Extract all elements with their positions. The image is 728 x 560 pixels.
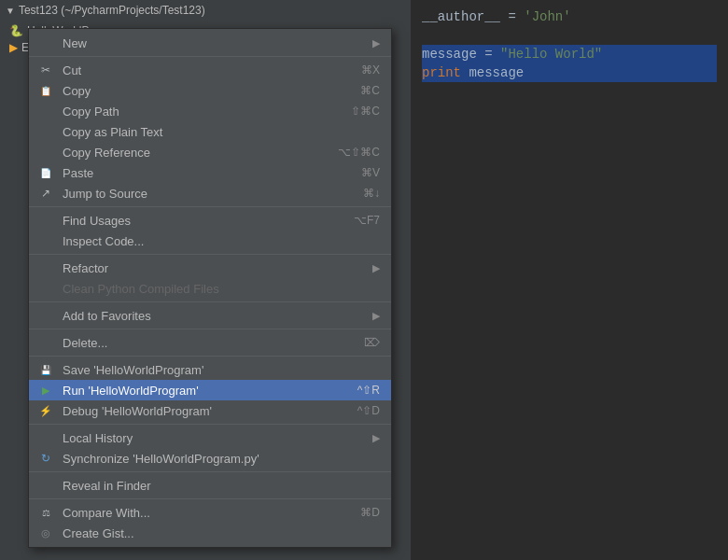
code-line-message: message = "Hello World" (422, 45, 717, 63)
menu-item-local-history[interactable]: Local History ▶ (29, 427, 391, 448)
code-print-keyword: print (422, 63, 461, 82)
menu-item-copy-path-label: Copy Path (63, 105, 119, 119)
debug-icon (38, 404, 53, 417)
menu-item-save[interactable]: Save 'HelloWorldProgram' (29, 359, 391, 380)
project-title: Test123 (~/PycharmProjects/Test123) (19, 4, 205, 17)
menu-item-copy-plain[interactable]: Copy as Plain Text (29, 121, 391, 142)
separator-4 (29, 301, 391, 302)
debug-shortcut: ^⇧D (357, 404, 380, 417)
left-panel: ▼ Test123 (~/PycharmProjects/Test123) 🐍 … (0, 0, 411, 560)
menu-item-refactor-label: Refactor (63, 261, 108, 275)
menu-item-refactor[interactable]: Refactor ▶ (29, 258, 391, 278)
menu-item-jump-label: Jump to Source (63, 187, 147, 201)
submenu-arrow-refactor: ▶ (372, 262, 380, 274)
code-line-print: print message (422, 63, 717, 82)
menu-item-run-label: Run 'HelloWorldProgram' (63, 384, 199, 398)
collapse-arrow[interactable]: ▼ (6, 6, 15, 16)
menu-item-create-gist-label: Create Gist... (63, 526, 134, 540)
menu-item-copy-label: Copy (63, 84, 91, 98)
menu-item-local-history-label: Local History (63, 431, 133, 445)
find-usages-shortcut: ⌥F7 (354, 214, 380, 227)
menu-item-new[interactable]: New ▶ (29, 33, 391, 53)
menu-item-favorites-label: Add to Favorites (63, 309, 151, 323)
menu-item-clean-label: Clean Python Compiled Files (63, 282, 219, 296)
separator-5 (29, 329, 391, 329)
jump-icon (38, 187, 53, 200)
separator-3 (29, 254, 391, 255)
code-line-1: __author__ = 'John' (422, 7, 717, 26)
menu-item-copy-ref-label: Copy Reference (63, 146, 150, 160)
title-bar: ▼ Test123 (~/PycharmProjects/Test123) (0, 0, 411, 21)
run-shortcut: ^⇧R (357, 384, 380, 397)
separator-1 (29, 56, 391, 57)
menu-item-copy-path[interactable]: Copy Path ⇧⌘C (29, 101, 391, 121)
separator-8 (29, 471, 391, 472)
separator-7 (29, 424, 391, 425)
menu-item-paste[interactable]: Paste ⌘V (29, 162, 391, 183)
code-editor[interactable]: __author__ = 'John' message = "Hello Wor… (411, 0, 728, 560)
cut-shortcut: ⌘X (361, 63, 380, 77)
copy-path-shortcut: ⇧⌘C (351, 105, 380, 118)
separator-9 (29, 498, 391, 499)
menu-item-compare[interactable]: Compare With... ⌘D (29, 502, 391, 523)
submenu-arrow-favorites: ▶ (372, 310, 380, 322)
menu-item-clean: Clean Python Compiled Files (29, 278, 391, 299)
separator-2 (29, 206, 391, 207)
menu-item-reveal[interactable]: Reveal in Finder (29, 475, 391, 496)
menu-item-create-gist[interactable]: Create Gist... (29, 523, 391, 543)
menu-item-debug[interactable]: Debug 'HelloWorldProgram' ^⇧D (29, 400, 391, 421)
gist-icon (38, 526, 53, 539)
code-message-var: message (422, 45, 477, 63)
menu-item-jump[interactable]: Jump to Source ⌘↓ (29, 183, 391, 203)
menu-item-cut-label: Cut (63, 63, 81, 77)
menu-item-cut[interactable]: Cut ⌘X (29, 60, 391, 80)
menu-item-reveal-label: Reveal in Finder (63, 479, 151, 493)
save-icon (38, 363, 53, 376)
copy-ref-shortcut: ⌥⇧⌘C (338, 146, 380, 159)
code-line-blank (422, 26, 717, 45)
menu-item-find-usages-label: Find Usages (63, 214, 131, 228)
menu-item-synchronize[interactable]: Synchronize 'HelloWorldProgram.py' (29, 448, 391, 469)
compare-shortcut: ⌘D (360, 506, 380, 519)
menu-item-copy[interactable]: Copy ⌘C (29, 80, 391, 101)
separator-6 (29, 356, 391, 357)
menu-item-run[interactable]: Run 'HelloWorldProgram' ^⇧R (29, 380, 391, 400)
jump-shortcut: ⌘↓ (363, 187, 380, 200)
menu-item-inspect-label: Inspect Code... (63, 234, 144, 248)
submenu-arrow-history: ▶ (372, 432, 380, 444)
menu-item-debug-label: Debug 'HelloWorldProgram' (63, 404, 212, 418)
menu-item-delete-label: Delete... (63, 336, 107, 350)
compare-icon (38, 506, 53, 519)
delete-shortcut: ⌦ (364, 336, 380, 349)
context-menu: New ▶ Cut ⌘X Copy ⌘C Copy Path ⇧⌘C Copy … (28, 28, 392, 548)
paste-icon (38, 166, 53, 179)
menu-item-favorites[interactable]: Add to Favorites ▶ (29, 305, 391, 326)
sync-icon (38, 452, 53, 465)
folder-icon: ▶ (9, 41, 18, 54)
run-icon (38, 384, 53, 397)
menu-item-save-label: Save 'HelloWorldProgram' (63, 363, 203, 377)
copy-icon (38, 84, 53, 97)
menu-item-copy-ref[interactable]: Copy Reference ⌥⇧⌘C (29, 142, 391, 162)
menu-item-new-label: New (63, 36, 87, 50)
menu-item-paste-label: Paste (63, 166, 93, 180)
paste-shortcut: ⌘V (361, 166, 380, 179)
menu-item-compare-label: Compare With... (63, 506, 150, 520)
submenu-arrow-new: ▶ (372, 37, 380, 49)
menu-item-find-usages[interactable]: Find Usages ⌥F7 (29, 210, 391, 231)
code-message-value: "Hello World" (500, 45, 602, 63)
code-author-value: 'John' (524, 7, 570, 26)
menu-item-synchronize-label: Synchronize 'HelloWorldProgram.py' (63, 452, 259, 466)
menu-item-copy-plain-label: Copy as Plain Text (63, 125, 162, 139)
code-author-var: __author__ (422, 7, 500, 26)
code-print-var: message (461, 63, 524, 82)
cut-icon (38, 63, 53, 77)
copy-shortcut: ⌘C (360, 84, 380, 97)
menu-item-inspect[interactable]: Inspect Code... (29, 231, 391, 251)
file-icon: 🐍 (9, 24, 23, 37)
menu-item-delete[interactable]: Delete... ⌦ (29, 332, 391, 353)
